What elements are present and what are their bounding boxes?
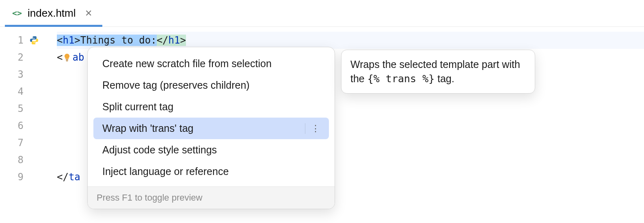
svg-rect-3 xyxy=(66,59,68,60)
line-number: 9 xyxy=(11,171,24,183)
lightbulb-icon[interactable] xyxy=(63,53,71,62)
svg-point-1 xyxy=(32,37,33,38)
gutter: 1 2 3 4 5 6 7 8 9 xyxy=(0,27,57,223)
svg-rect-4 xyxy=(66,61,68,61)
line-number: 2 xyxy=(11,52,24,63)
python-gutter-icon[interactable] xyxy=(29,35,39,45)
menu-item-split-tag[interactable]: Split current tag xyxy=(93,96,329,118)
intention-tooltip: Wraps the selected template part with th… xyxy=(341,50,535,94)
close-tab-icon[interactable]: ✕ xyxy=(85,8,92,19)
line-number: 4 xyxy=(11,86,24,97)
tab-bar: <> index.html ✕ xyxy=(0,0,644,27)
menu-item-remove-tag[interactable]: Remove tag (preserves children) xyxy=(93,74,329,96)
menu-item-wrap-trans[interactable]: Wrap with 'trans' tag ⋮ xyxy=(93,118,329,139)
menu-item-code-style[interactable]: Adjust code style settings xyxy=(93,139,329,161)
svg-text:<>: <> xyxy=(12,8,22,18)
html-file-icon: <> xyxy=(12,8,24,19)
line-number: 5 xyxy=(11,103,24,114)
kebab-icon[interactable]: ⋮ xyxy=(305,123,320,134)
line-number: 1 xyxy=(11,35,24,46)
intention-actions-menu: Create new scratch file from selection R… xyxy=(87,47,335,209)
svg-point-2 xyxy=(35,43,36,44)
editor-tab[interactable]: <> index.html ✕ xyxy=(0,0,99,26)
line-number: 7 xyxy=(11,137,24,149)
tooltip-code: {% trans %} xyxy=(367,73,435,85)
code-line-1[interactable]: <h1>Things to do:</h1> xyxy=(57,32,644,49)
line-number: 6 xyxy=(11,120,24,131)
line-number: 3 xyxy=(11,69,24,80)
line-number: 8 xyxy=(11,154,24,166)
menu-item-inject-language[interactable]: Inject language or reference xyxy=(93,161,329,182)
menu-item-create-scratch[interactable]: Create new scratch file from selection xyxy=(93,53,329,74)
tooltip-suffix: tag. xyxy=(434,73,454,84)
tab-filename: index.html xyxy=(28,7,76,20)
menu-footer-hint: Press F1 to toggle preview xyxy=(88,186,335,209)
